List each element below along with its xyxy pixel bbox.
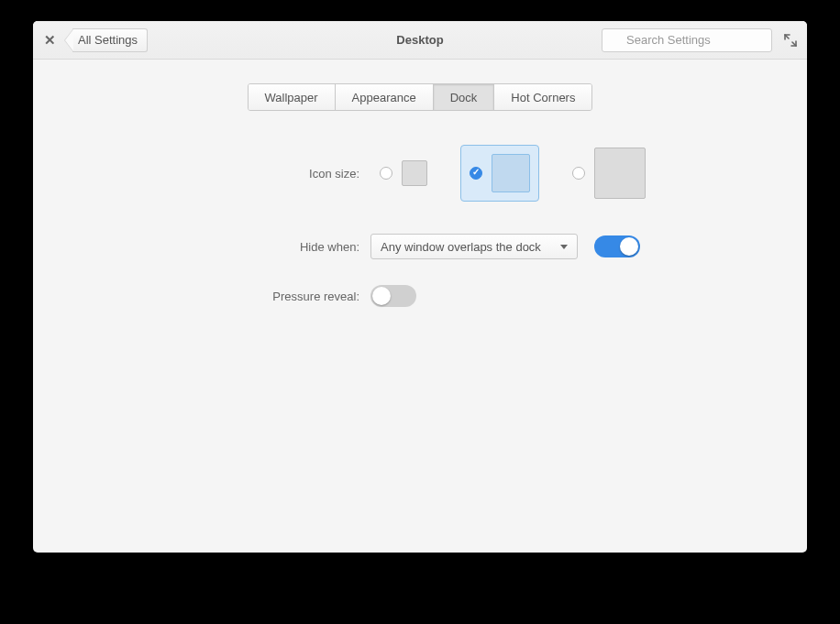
back-button-label: All Settings — [78, 33, 138, 47]
tab-dock[interactable]: Dock — [434, 84, 495, 110]
radio-icon-medium[interactable] — [470, 167, 482, 180]
search-input[interactable] — [602, 28, 772, 52]
chevron-left-icon — [64, 28, 73, 52]
pressure-reveal-toggle[interactable] — [370, 285, 416, 307]
close-button[interactable]: ✕ — [39, 29, 61, 51]
pressure-reveal-label: Pressure reveal: — [185, 290, 359, 303]
icon-size-large[interactable] — [563, 138, 655, 208]
hide-when-dropdown[interactable]: Any window overlaps the dock — [370, 234, 578, 259]
content-area: Wallpaper Appearance Dock Hot Corners Ic… — [33, 60, 807, 553]
tab-appearance[interactable]: Appearance — [336, 84, 434, 110]
icon-preview-medium — [492, 154, 530, 192]
tab-hot-corners[interactable]: Hot Corners — [494, 84, 591, 110]
maximize-button[interactable] — [779, 29, 801, 51]
toggle-knob — [620, 237, 638, 256]
radio-icon-large[interactable] — [572, 167, 585, 180]
icon-preview-small — [402, 160, 427, 186]
toggle-knob — [372, 287, 391, 305]
hide-when-toggle[interactable] — [594, 235, 640, 257]
radio-icon-small[interactable] — [380, 167, 392, 180]
settings-window: ✕ All Settings Desktop Wallpaper Appeara… — [33, 21, 807, 553]
hide-when-value: Any window overlaps the dock — [381, 240, 541, 254]
titlebar: ✕ All Settings Desktop — [33, 21, 807, 60]
icon-size-group — [370, 138, 655, 208]
icon-preview-large — [594, 148, 646, 199]
hide-when-label: Hide when: — [185, 240, 359, 254]
icon-size-label: Icon size: — [185, 167, 359, 181]
tab-wallpaper[interactable]: Wallpaper — [249, 84, 336, 110]
icon-size-medium[interactable] — [460, 145, 539, 202]
icon-size-small[interactable] — [370, 151, 437, 195]
back-button[interactable]: All Settings — [64, 28, 148, 52]
tab-bar: Wallpaper Appearance Dock Hot Corners — [248, 83, 593, 111]
